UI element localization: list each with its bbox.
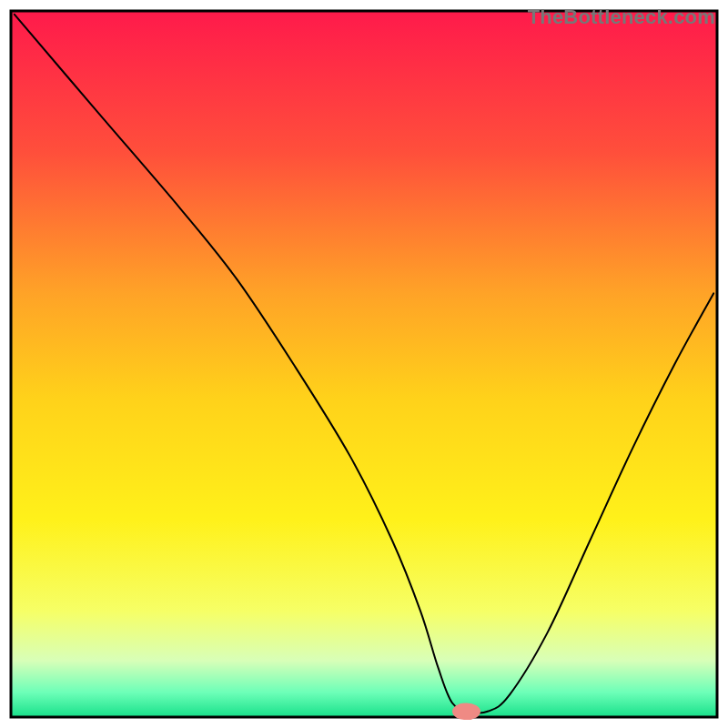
chart-svg	[0, 0, 728, 728]
chart-background	[11, 11, 717, 717]
watermark-label: TheBottleneck.com	[528, 5, 715, 29]
optimal-point-marker	[452, 703, 480, 720]
bottleneck-chart: TheBottleneck.com	[0, 0, 728, 728]
